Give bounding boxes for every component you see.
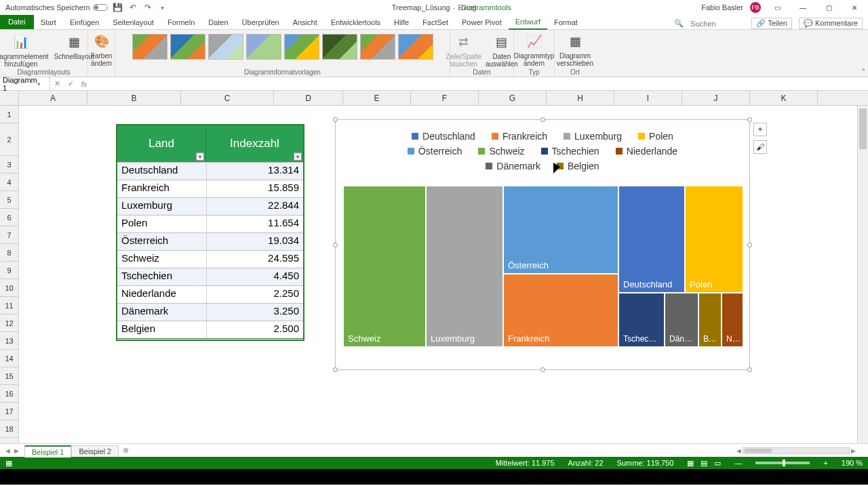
col-header[interactable]: K bbox=[750, 91, 818, 105]
qat-dropdown-icon[interactable]: ▾ bbox=[158, 3, 167, 12]
sheet-tab-beispiel1[interactable]: Beispiel 1 bbox=[24, 445, 72, 458]
cell[interactable]: Dänemark bbox=[117, 304, 207, 321]
avatar[interactable]: FB bbox=[750, 2, 761, 13]
sheet-tab-beispiel2[interactable]: Beispiel 2 bbox=[71, 445, 119, 457]
style-7[interactable] bbox=[360, 34, 395, 60]
cell[interactable]: Polen bbox=[117, 216, 207, 232]
tab-start[interactable]: Start bbox=[34, 16, 63, 29]
col-header[interactable]: E bbox=[343, 91, 411, 105]
cell[interactable]: Belgien bbox=[117, 321, 207, 338]
next-sheet-icon[interactable]: ► bbox=[13, 447, 20, 455]
col-header[interactable]: D bbox=[274, 91, 343, 105]
cell[interactable]: 11.654 bbox=[207, 216, 303, 232]
row-header[interactable]: 1 bbox=[0, 106, 18, 123]
cell[interactable]: 3.250 bbox=[207, 304, 303, 321]
style-1[interactable] bbox=[132, 34, 167, 60]
col-header[interactable]: F bbox=[411, 91, 479, 105]
cell[interactable]: 13.314 bbox=[207, 163, 303, 180]
col-header-land[interactable]: Land▾ bbox=[117, 125, 206, 162]
minimize-icon[interactable]: — bbox=[793, 1, 812, 14]
resize-handle[interactable] bbox=[540, 117, 545, 122]
tab-help[interactable]: Hilfe bbox=[387, 16, 416, 29]
cell[interactable]: Österreich bbox=[117, 233, 207, 250]
zoom-out-icon[interactable]: — bbox=[734, 459, 742, 467]
row-header[interactable]: 10 bbox=[0, 279, 18, 297]
row-header[interactable]: 7 bbox=[0, 226, 18, 244]
cell[interactable]: 2.500 bbox=[207, 321, 303, 338]
tab-view[interactable]: Ansicht bbox=[286, 16, 324, 29]
treemap-plot-area[interactable]: Schweiz Luxemburg Österreich Frankreich … bbox=[344, 186, 741, 346]
row-header[interactable]: 17 bbox=[0, 403, 18, 420]
share-button[interactable]: 🔗 Teilen bbox=[751, 18, 792, 29]
tab-formulas[interactable]: Formeln bbox=[161, 16, 201, 29]
tab-developer[interactable]: Entwicklertools bbox=[324, 16, 387, 29]
row-header[interactable]: 8 bbox=[0, 244, 18, 262]
tile-polen[interactable]: Polen bbox=[686, 186, 743, 292]
col-header[interactable]: I bbox=[614, 91, 682, 105]
row-header[interactable]: 13 bbox=[0, 332, 18, 350]
add-chart-element-button[interactable]: 📊 Diagrammelement hinzufügen bbox=[0, 33, 50, 68]
cell[interactable]: 24.595 bbox=[207, 251, 303, 268]
tile-frankreich[interactable]: Frankreich bbox=[504, 274, 618, 346]
redo-icon[interactable]: ↷ bbox=[143, 3, 153, 12]
resize-handle[interactable] bbox=[333, 117, 338, 122]
resize-handle[interactable] bbox=[540, 367, 545, 372]
move-chart-button[interactable]: ▦ Diagramm verschieben bbox=[555, 31, 595, 68]
row-header[interactable]: 11 bbox=[0, 297, 18, 314]
style-2[interactable] bbox=[170, 34, 205, 60]
tile-oesterreich[interactable]: Österreich bbox=[504, 186, 618, 273]
style-4[interactable] bbox=[246, 34, 281, 60]
tile-luxemburg[interactable]: Luxemburg bbox=[427, 186, 502, 346]
tile-daenemark[interactable]: Dän… bbox=[665, 293, 698, 346]
tab-insert[interactable]: Einfügen bbox=[63, 16, 106, 29]
prev-sheet-icon[interactable]: ◄ bbox=[4, 447, 12, 455]
add-sheet-icon[interactable]: ⊕ bbox=[119, 446, 133, 455]
cell[interactable]: 19.034 bbox=[207, 233, 303, 250]
cell[interactable]: Niederlande bbox=[117, 286, 207, 303]
file-tab[interactable]: Datei bbox=[0, 14, 34, 29]
style-5[interactable] bbox=[284, 34, 319, 60]
col-header-index[interactable]: Indexzahl▾ bbox=[206, 125, 303, 162]
row-header[interactable]: 15 bbox=[0, 367, 18, 385]
close-icon[interactable]: ✕ bbox=[845, 1, 864, 14]
ribbon-options-icon[interactable]: ▭ bbox=[768, 1, 787, 14]
resize-handle[interactable] bbox=[747, 243, 752, 247]
data-table[interactable]: Land▾ Indexzahl▾ Deutschland13.314 Frank… bbox=[117, 125, 304, 339]
col-header[interactable]: J bbox=[682, 91, 750, 105]
cell[interactable]: 22.844 bbox=[207, 198, 303, 215]
select-all-corner[interactable] bbox=[0, 91, 19, 106]
zoom-in-icon[interactable]: + bbox=[823, 459, 827, 467]
search-input[interactable] bbox=[690, 20, 745, 28]
col-header[interactable]: G bbox=[479, 91, 547, 105]
tile-tschechien[interactable]: Tschec… bbox=[619, 293, 664, 346]
cell[interactable]: Tschechien bbox=[117, 268, 207, 285]
tile-niederlande[interactable]: N… bbox=[722, 293, 743, 346]
resize-handle[interactable] bbox=[747, 117, 752, 122]
save-icon[interactable]: 💾 bbox=[113, 3, 123, 12]
tile-schweiz[interactable]: Schweiz bbox=[344, 186, 425, 346]
view-pagelayout-icon[interactable]: ▤ bbox=[701, 459, 707, 468]
row-header[interactable]: 5 bbox=[0, 191, 18, 209]
cell[interactable]: Luxemburg bbox=[117, 198, 207, 215]
cell[interactable]: 15.859 bbox=[207, 180, 303, 197]
change-chart-type-button[interactable]: 📈 Diagrammtyp ändern bbox=[513, 31, 555, 68]
tab-pagelayout[interactable]: Seitenlayout bbox=[106, 16, 161, 29]
change-colors-button[interactable]: 🎨 Farben ändern bbox=[90, 31, 114, 68]
col-header[interactable]: B bbox=[87, 91, 181, 105]
zoom-slider[interactable] bbox=[755, 462, 810, 464]
style-8[interactable] bbox=[398, 34, 433, 60]
col-header[interactable]: H bbox=[547, 91, 614, 105]
view-pagebreak-icon[interactable]: ▭ bbox=[714, 459, 721, 468]
row-header[interactable]: 6 bbox=[0, 209, 18, 226]
col-header[interactable]: C bbox=[181, 91, 274, 105]
row-header[interactable]: 18 bbox=[0, 420, 18, 438]
filter-icon[interactable]: ▾ bbox=[294, 152, 302, 161]
style-3[interactable] bbox=[208, 34, 243, 60]
row-header[interactable]: 16 bbox=[0, 385, 18, 403]
row-header[interactable]: 14 bbox=[0, 350, 18, 367]
resize-handle[interactable] bbox=[747, 367, 752, 372]
row-header[interactable]: 3 bbox=[0, 156, 18, 174]
undo-icon[interactable]: ↶ bbox=[128, 3, 138, 12]
resize-handle[interactable] bbox=[333, 367, 338, 372]
cell[interactable]: Schweiz bbox=[117, 251, 207, 268]
